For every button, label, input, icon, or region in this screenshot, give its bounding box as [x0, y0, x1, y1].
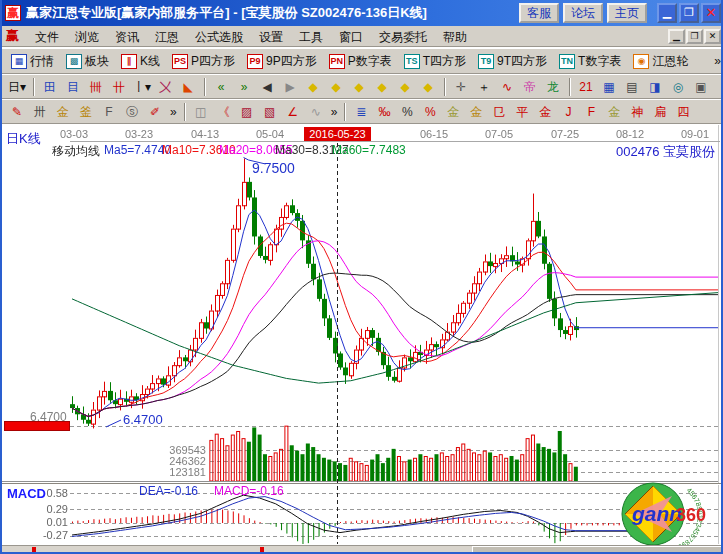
logo-gann-text: gann	[631, 502, 682, 525]
volume-tick-2: 123181	[102, 466, 206, 478]
macd-tick-1: 0.29	[28, 503, 68, 515]
date-tick-07-25: 07-25	[551, 128, 579, 140]
ma-legend-0: Ma5=7.4740	[104, 143, 171, 157]
macd-tick-3: -0.27	[28, 529, 68, 541]
macd-tick-2: 0.01	[28, 516, 68, 528]
date-tick-03-03: 03-03	[60, 128, 88, 140]
app-window: 赢 赢家江恩专业版[赢家内部服务平台] - [宝莫股份 SZ002476-136…	[0, 0, 723, 554]
low-price-annotation: 6.4700	[123, 412, 163, 427]
lowest-price-marker	[4, 421, 70, 431]
pane-divider	[2, 483, 723, 485]
date-tick-06-15: 06-15	[420, 128, 448, 140]
date-tick-05-04: 05-04	[256, 128, 284, 140]
date-tick-03-23: 03-23	[125, 128, 153, 140]
date-tick-09-01: 09-01	[681, 128, 709, 140]
gann360-logo: 4567890123456789012345678901234567890 ga…	[620, 480, 712, 548]
date-tick-07-05: 07-05	[485, 128, 513, 140]
period-label: 日K线	[6, 130, 41, 148]
macd-tick-0: 0.58	[28, 487, 68, 499]
stock-label: 002476 宝莫股份	[616, 143, 715, 161]
dea-value-label: DEA=-0.16	[139, 484, 198, 498]
logo-360-text: 360	[676, 505, 706, 525]
ma-legend-4: Ma60=7.7483	[332, 143, 406, 157]
ma-title: 移动均线	[52, 143, 100, 160]
selected-date-badge[interactable]: 2016-05-23	[304, 127, 371, 141]
macd-value-label: MACD=-0.16	[214, 484, 284, 498]
peak-price-annotation: 9.7500	[252, 160, 295, 176]
date-tick-04-13: 04-13	[191, 128, 219, 140]
date-tick-08-12: 08-12	[616, 128, 644, 140]
header-divider	[70, 141, 720, 142]
